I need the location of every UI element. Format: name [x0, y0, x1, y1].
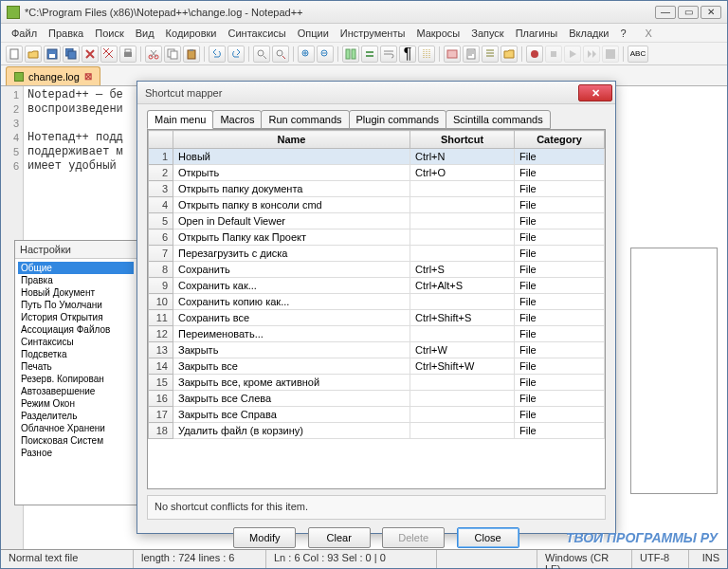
settings-item[interactable]: Режим Окон — [18, 397, 134, 410]
settings-item[interactable]: Разделитель — [18, 410, 134, 422]
table-row[interactable]: 13ЗакрытьCtrl+WFile — [149, 342, 605, 358]
menu-edit[interactable]: Правка — [44, 26, 88, 41]
menu-encoding[interactable]: Кодировки — [161, 26, 222, 41]
col-category[interactable]: Category — [515, 131, 605, 149]
menu-view[interactable]: Вид — [131, 26, 159, 41]
table-row[interactable]: 17Закрыть все СправаFile — [149, 407, 605, 423]
closeall-icon[interactable] — [100, 46, 118, 63]
rec-stop-icon[interactable] — [545, 46, 562, 63]
col-shortcut[interactable]: Shortcut — [410, 131, 515, 149]
doc-map-icon[interactable] — [463, 46, 480, 63]
menu-file[interactable]: Файл — [7, 26, 42, 41]
table-row[interactable]: 14Закрыть всеCtrl+Shift+WFile — [149, 358, 605, 375]
table-row[interactable]: 15Закрыть все, кроме активнойFile — [149, 375, 605, 391]
settings-item[interactable]: Ассоциация Файлов — [18, 323, 134, 336]
paste-icon[interactable] — [183, 46, 200, 63]
find-icon[interactable] — [253, 46, 270, 63]
table-row[interactable]: 12Переименовать...File — [149, 326, 605, 342]
table-row[interactable]: 16Закрыть все СлеваFile — [149, 391, 605, 407]
menu-search[interactable]: Поиск — [90, 26, 128, 41]
close-button[interactable]: ✕ — [701, 6, 721, 19]
undo-icon[interactable] — [209, 46, 226, 63]
rec-start-icon[interactable] — [526, 46, 543, 63]
table-row[interactable]: 11Сохранить всеCtrl+Shift+SFile — [149, 310, 605, 326]
replace-icon[interactable] — [272, 46, 289, 63]
menu-run[interactable]: Запуск — [466, 26, 508, 41]
close-dialog-button[interactable]: Close — [457, 527, 519, 548]
tab-plugin-commands[interactable]: Plugin commands — [349, 110, 446, 129]
clear-button[interactable]: Clear — [308, 527, 371, 548]
sync-v-icon[interactable] — [342, 46, 359, 63]
table-row[interactable]: 8СохранитьCtrl+SFile — [149, 262, 605, 278]
new-icon[interactable] — [6, 46, 23, 63]
shortcut-table[interactable]: Name Shortcut Category 1НовыйCtrl+NFile2… — [148, 130, 605, 439]
settings-item[interactable]: Новый Документ — [18, 286, 134, 299]
settings-item[interactable]: Разное — [18, 447, 134, 459]
tab-scintilla-commands[interactable]: Scintilla commands — [446, 110, 551, 129]
settings-item[interactable]: Синтаксисы — [18, 336, 134, 348]
minimize-button[interactable]: — — [655, 6, 676, 19]
folder-icon[interactable] — [500, 46, 518, 63]
settings-item[interactable]: Резерв. Копирован — [18, 373, 134, 385]
table-row[interactable]: 18Удалить файл (в корзину)File — [149, 423, 605, 439]
zoomout-icon[interactable] — [317, 46, 334, 63]
delete-button[interactable]: Delete — [382, 527, 445, 548]
settings-item[interactable]: Поисковая Систем — [18, 434, 134, 447]
menu-tools[interactable]: Инструменты — [336, 26, 410, 41]
sync-h-icon[interactable] — [361, 46, 378, 63]
col-number[interactable] — [149, 131, 173, 149]
menu-options[interactable]: Опции — [293, 26, 334, 41]
print-icon[interactable] — [119, 46, 136, 63]
table-row[interactable]: 9Сохранить как...Ctrl+Alt+SFile — [149, 278, 605, 294]
maximize-button[interactable]: ▭ — [678, 6, 699, 19]
col-name[interactable]: Name — [173, 131, 410, 149]
file-tab[interactable]: change.log ⊠ — [6, 66, 100, 85]
save-icon[interactable] — [44, 46, 61, 63]
table-row[interactable]: 10Сохранить копию как...File — [149, 294, 605, 310]
table-row[interactable]: 3Открыть папку документаFile — [149, 181, 605, 197]
settings-item[interactable]: Путь По Умолчани — [18, 299, 134, 311]
tab-main-menu[interactable]: Main menu — [147, 110, 213, 129]
tab-close-icon[interactable]: ⊠ — [84, 71, 92, 82]
table-row[interactable]: 6Открыть Папку как ПроектFile — [149, 229, 605, 246]
settings-item[interactable]: Общие — [18, 262, 134, 274]
table-row[interactable]: 4Открыть папку в консоли cmdFile — [149, 197, 605, 213]
settings-item[interactable]: Подсветка — [18, 348, 134, 360]
modify-button[interactable]: Modify — [233, 527, 296, 548]
settings-item[interactable]: Правка — [18, 274, 134, 286]
cut-icon[interactable] — [145, 46, 162, 63]
menu-syntax[interactable]: Синтаксисы — [224, 26, 291, 41]
settings-panel: Настройки ОбщиеПравкаНовый ДокументПуть … — [14, 240, 137, 505]
settings-item[interactable]: История Открытия — [18, 311, 134, 323]
table-row[interactable]: 7Перезагрузить с дискаFile — [149, 246, 605, 262]
close-file-icon[interactable] — [82, 46, 99, 63]
table-row[interactable]: 1НовыйCtrl+NFile — [149, 149, 605, 165]
spellcheck-icon[interactable]: ABC — [628, 46, 648, 63]
tab-macros[interactable]: Macros — [212, 110, 262, 129]
settings-item[interactable]: Облачное Хранени — [18, 422, 134, 434]
zoomin-icon[interactable] — [298, 46, 315, 63]
file-tab-label: change.log — [28, 71, 80, 83]
copy-icon[interactable] — [164, 46, 181, 63]
wrap-icon[interactable] — [380, 46, 397, 63]
rec-multi-icon[interactable] — [583, 46, 600, 63]
indent-guide-icon[interactable] — [418, 46, 435, 63]
menu-tabs[interactable]: Вкладки — [564, 26, 613, 41]
open-icon[interactable] — [25, 46, 42, 63]
settings-item[interactable]: Автозавершение — [18, 385, 134, 397]
table-row[interactable]: 5Open in Default ViewerFile — [149, 213, 605, 229]
func-list-icon[interactable] — [482, 46, 499, 63]
tab-run-commands[interactable]: Run commands — [261, 110, 349, 129]
menu-macros[interactable]: Макросы — [411, 26, 464, 41]
menu-help[interactable]: ? — [615, 26, 630, 41]
dialog-close-button[interactable]: ✕ — [578, 84, 612, 101]
rec-save-icon[interactable] — [602, 46, 619, 63]
lang-icon[interactable] — [444, 46, 461, 63]
redo-icon[interactable] — [228, 46, 245, 63]
table-row[interactable]: 2ОткрытьCtrl+OFile — [149, 165, 605, 181]
saveall-icon[interactable] — [63, 46, 80, 63]
settings-item[interactable]: Печать — [18, 360, 134, 373]
menu-plugins[interactable]: Плагины — [511, 26, 563, 41]
hidden-chars-icon[interactable]: ¶ — [399, 46, 416, 63]
rec-play-icon[interactable] — [564, 46, 581, 63]
